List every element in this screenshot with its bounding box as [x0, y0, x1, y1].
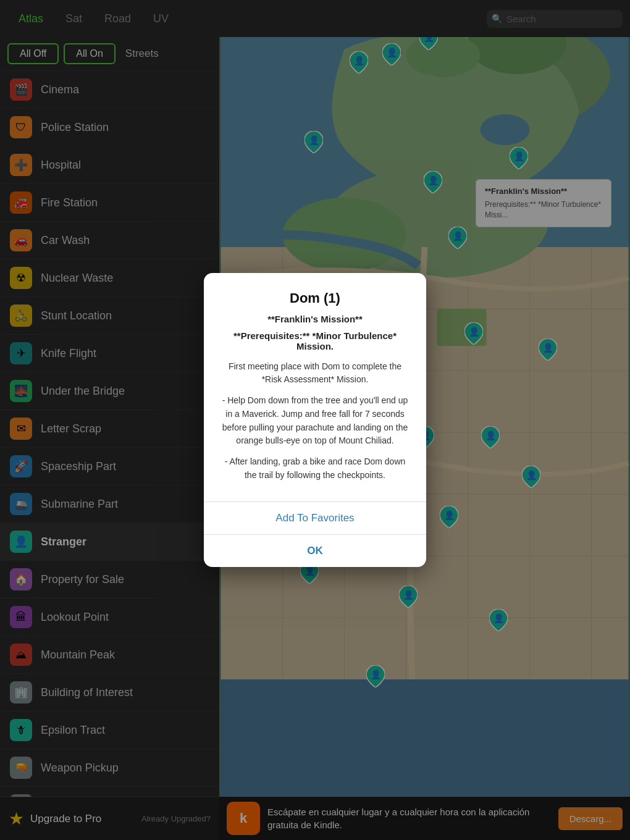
- modal-section2: - Help Dom down from the tree and you'll…: [221, 394, 409, 448]
- ok-button[interactable]: OK: [204, 535, 426, 567]
- modal-prereq-value: *Minor Turbulence* Mission.: [296, 330, 397, 351]
- modal-subtitle: **Franklin's Mission**: [221, 314, 409, 324]
- modal-prereq: **Prerequisites:** *Minor Turbulence* Mi…: [221, 330, 409, 351]
- modal-prereq-label: **Prerequisites:**: [233, 330, 309, 341]
- modal-dialog: Dom (1) **Franklin's Mission** **Prerequ…: [204, 273, 426, 568]
- modal-body: Dom (1) **Franklin's Mission** **Prerequ…: [204, 273, 426, 502]
- modal-section1: First meeting place with Dom to complete…: [221, 360, 409, 387]
- modal-overlay: Dom (1) **Franklin's Mission** **Prerequ…: [0, 0, 630, 840]
- modal-section3: - After landing, grab a bike and race Do…: [221, 455, 409, 482]
- modal-title: Dom (1): [221, 290, 409, 306]
- add-to-favorites-button[interactable]: Add To Favorites: [204, 502, 426, 534]
